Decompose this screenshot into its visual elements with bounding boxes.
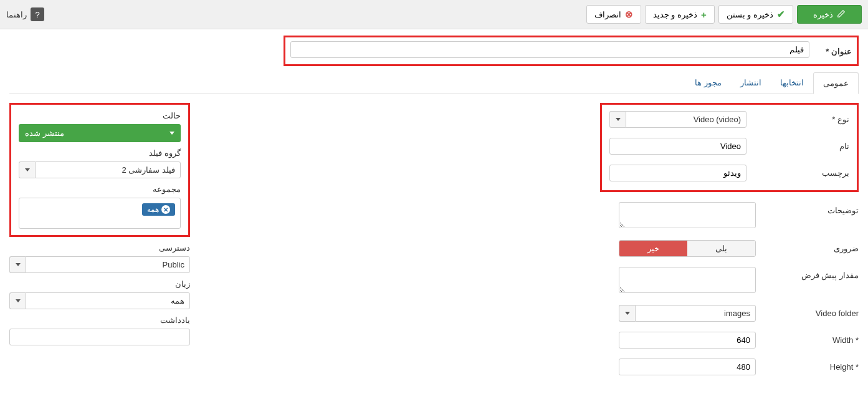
edit-icon (837, 9, 846, 20)
tag-input[interactable] (609, 165, 746, 181)
tab-general[interactable]: عمومی (813, 72, 859, 94)
folder-label: Video folder (765, 305, 859, 318)
status-label: حالت (19, 111, 181, 120)
type-value: Video (video) (626, 111, 746, 128)
title-row: عنوان * (290, 41, 852, 58)
access-label: دسترسی (9, 243, 190, 253)
collection-tag-label: همه (147, 205, 159, 214)
status-select[interactable]: منتشر شده (19, 124, 181, 142)
group-select[interactable]: فیلد سفارشی 2 (19, 161, 181, 178)
title-label: عنوان * (817, 43, 852, 56)
group-label: گروه فیلد (19, 148, 181, 158)
chevron-down-icon (9, 292, 26, 309)
tab-publish[interactable]: انتشار (731, 72, 771, 94)
cancel-icon: ⊗ (625, 9, 633, 20)
lang-value: همه (26, 292, 190, 309)
save-button[interactable]: ذخیره (797, 5, 862, 24)
group-value: فیلد سفارشی 2 (35, 161, 181, 178)
fields-highlight: نوع * Video (video) نام برچسب (600, 103, 859, 192)
remove-icon[interactable]: ✕ (161, 205, 170, 214)
name-label: نام (756, 138, 849, 151)
save-label: ذخیره (813, 10, 833, 19)
desc-label: توضیحات (765, 202, 859, 215)
chevron-down-icon (619, 305, 635, 322)
lang-label: زبان (9, 279, 190, 289)
chevron-down-icon (9, 256, 26, 273)
save-close-button[interactable]: ✔ ذخیره و بستن (718, 5, 793, 24)
lang-select[interactable]: همه (9, 292, 190, 309)
collection-label: مجموعه (19, 185, 181, 194)
toolbar: ذخیره ✔ ذخیره و بستن + ذخیره و جدید ⊗ ان… (0, 0, 868, 29)
name-input[interactable] (609, 138, 746, 155)
plus-icon: + (701, 9, 707, 20)
side-column: حالت منتشر شده گروه فیلد فیلد سفارشی 2 م… (9, 107, 190, 385)
required-yes[interactable]: بلی (687, 241, 755, 256)
default-label: مقدار پیش فرض (765, 267, 859, 280)
help-icon[interactable]: ? (31, 7, 44, 21)
access-select[interactable]: Public (9, 256, 190, 273)
folder-select[interactable]: images (619, 305, 756, 322)
status-value: منتشر شده (25, 128, 64, 138)
main-column: نوع * Video (video) نام برچسب (600, 107, 859, 385)
collection-tag[interactable]: ✕ همه (142, 203, 175, 216)
tab-permissions[interactable]: مجوز ها (685, 72, 731, 94)
save-new-label: ذخیره و جدید (653, 10, 697, 19)
folder-value: images (635, 305, 756, 322)
tab-options[interactable]: انتخابها (771, 72, 813, 94)
desc-input[interactable] (619, 202, 756, 228)
type-label: نوع * (756, 111, 849, 124)
title-input[interactable] (290, 41, 809, 58)
access-value: Public (26, 256, 190, 273)
width-label: * Width (765, 332, 859, 345)
chevron-down-icon (609, 111, 626, 128)
cancel-button[interactable]: ⊗ انصراف (586, 5, 641, 24)
tabs: عمومی انتخابها انتشار مجوز ها (9, 72, 859, 94)
check-icon: ✔ (777, 9, 785, 20)
tag-label: برچسب (756, 165, 849, 178)
save-close-label: ذخیره و بستن (727, 10, 773, 19)
save-new-button[interactable]: + ذخیره و جدید (645, 5, 715, 24)
side-highlight: حالت منتشر شده گروه فیلد فیلد سفارشی 2 م… (9, 103, 190, 237)
chevron-down-icon (169, 132, 174, 135)
chevron-down-icon (19, 161, 35, 178)
cancel-label: انصراف (594, 10, 621, 19)
default-input[interactable] (619, 267, 756, 293)
height-input[interactable] (619, 359, 756, 375)
required-label: ضروری (765, 240, 859, 253)
note-label: یادداشت (9, 315, 190, 325)
note-input[interactable] (9, 329, 190, 345)
type-select[interactable]: Video (video) (609, 111, 746, 128)
required-no[interactable]: خیر (619, 241, 687, 256)
collection-box[interactable]: ✕ همه (19, 198, 181, 229)
width-input[interactable] (619, 332, 756, 349)
title-highlight: عنوان * (284, 36, 859, 66)
required-toggle[interactable]: بلی خیر (619, 240, 756, 257)
height-label: * Height (765, 359, 859, 372)
help-label: راهنما (6, 10, 27, 19)
